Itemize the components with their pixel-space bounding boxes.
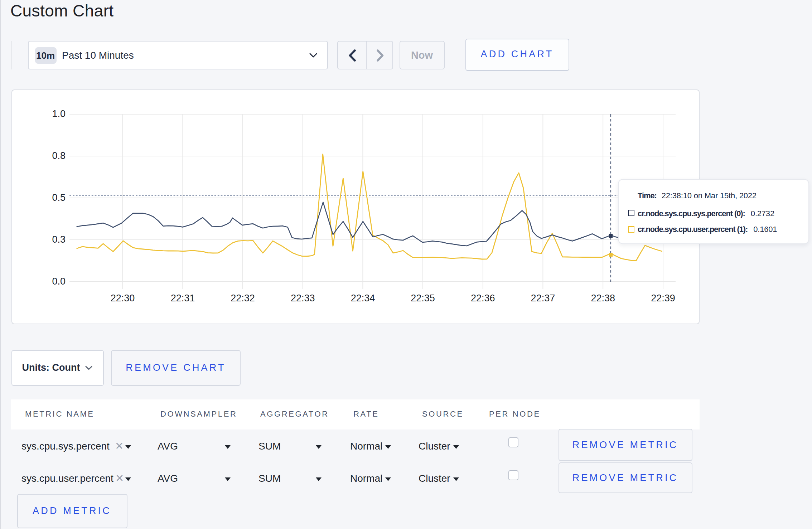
- svg-text:22:30: 22:30: [110, 293, 135, 304]
- svg-text:22:39: 22:39: [651, 293, 675, 304]
- svg-text:22:36: 22:36: [470, 293, 495, 304]
- svg-text:1.0: 1.0: [52, 108, 65, 119]
- svg-text:0.8: 0.8: [52, 150, 65, 161]
- svg-text:22:33: 22:33: [290, 293, 315, 304]
- svg-text:22:35: 22:35: [410, 293, 435, 304]
- svg-text:0.5: 0.5: [52, 192, 65, 203]
- svg-text:22:34: 22:34: [351, 293, 375, 304]
- svg-text:0.3: 0.3: [52, 234, 65, 245]
- svg-text:22:37: 22:37: [531, 293, 555, 304]
- svg-text:22:32: 22:32: [230, 293, 255, 304]
- svg-text:22:31: 22:31: [170, 293, 195, 304]
- svg-text:22:38: 22:38: [590, 293, 615, 304]
- svg-text:0.0: 0.0: [52, 276, 65, 287]
